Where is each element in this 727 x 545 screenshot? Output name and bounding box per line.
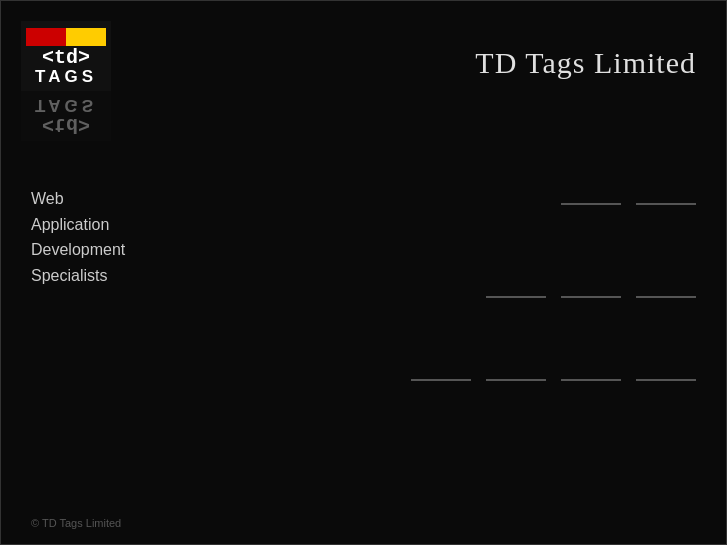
- logo-tags: TAGS: [35, 68, 97, 85]
- page-title: TD Tags Limited: [475, 46, 696, 80]
- deco-row-1: [561, 203, 696, 205]
- logo-yellow-block: [66, 28, 106, 46]
- deco-row-3: [411, 379, 696, 381]
- logo-red-block: [26, 28, 66, 46]
- footer: © TD Tags Limited: [31, 517, 121, 529]
- deco-row-2: [486, 296, 696, 298]
- logo-bracket: <td>: [42, 48, 90, 68]
- main-nav: Web Application Development Specialists: [31, 186, 125, 288]
- logo-reflection: <td> TAGS: [21, 91, 111, 141]
- logo-container: <td> TAGS <td> TAGS: [21, 21, 111, 141]
- logo-inner: <td> TAGS: [35, 48, 97, 85]
- deco-line-1-1: [561, 203, 621, 205]
- deco-line-3-4: [636, 379, 696, 381]
- main-screen: <td> TAGS <td> TAGS TD Tags Limited Web …: [0, 0, 727, 545]
- deco-line-1-2: [636, 203, 696, 205]
- logo-bracket-reflection: <td>: [42, 115, 90, 135]
- nav-line-specialists: Specialists: [31, 263, 125, 289]
- logo-color-bar: [26, 28, 106, 46]
- copyright-text: © TD Tags Limited: [31, 517, 121, 529]
- deco-line-2-3: [636, 296, 696, 298]
- logo-box: <td> TAGS: [21, 21, 111, 91]
- deco-line-2-2: [561, 296, 621, 298]
- nav-line-application: Application: [31, 212, 125, 238]
- deco-line-3-1: [411, 379, 471, 381]
- deco-line-3-2: [486, 379, 546, 381]
- deco-line-2-1: [486, 296, 546, 298]
- logo-tags-reflection: TAGS: [35, 98, 97, 115]
- nav-line-development: Development: [31, 237, 125, 263]
- nav-line-web: Web: [31, 186, 125, 212]
- deco-line-3-3: [561, 379, 621, 381]
